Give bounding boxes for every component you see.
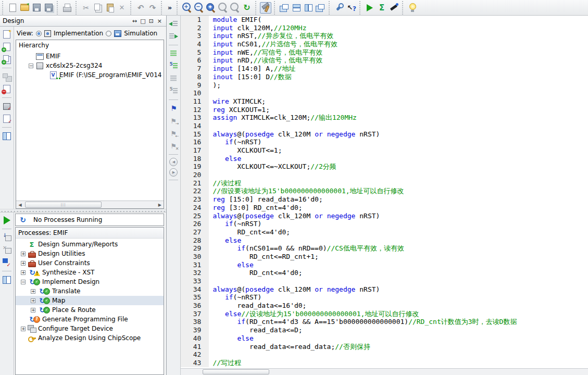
maximize-button[interactable]: □ <box>139 18 147 24</box>
code-line[interactable]: 31 else <box>181 261 588 269</box>
lines-gray-num-icon[interactable] <box>168 86 179 96</box>
code-line[interactable]: 11wire XTIMCLK; <box>181 97 588 106</box>
simulation-radio[interactable] <box>106 31 111 36</box>
delete-icon[interactable] <box>116 2 128 14</box>
expander-icon[interactable]: − <box>21 280 26 284</box>
lines-green-icon[interactable] <box>168 48 179 59</box>
help-pointer-icon[interactable] <box>345 2 357 14</box>
expander-icon[interactable]: + <box>21 252 26 256</box>
remove-source-icon[interactable] <box>2 84 12 94</box>
expander-icon[interactable]: + <box>31 308 35 312</box>
hierarchy-item-emif-f-ise-program-emif-v014[interactable]: EMIF (F:\ISE_program\EMIF_V014 <box>16 70 164 80</box>
code-line[interactable]: 34always@(posedge clk_120M or negedge nR… <box>181 285 588 294</box>
analyzer-telescope-icon[interactable] <box>388 2 399 14</box>
bookmark-flag-icon[interactable] <box>168 103 179 114</box>
lines-gray-icon[interactable] <box>168 73 179 84</box>
code-line[interactable]: 16 if(~nRST) <box>181 138 588 146</box>
hammer-tool-icon[interactable] <box>260 2 271 14</box>
code-line[interactable]: 20 <box>181 171 588 179</box>
code-line[interactable]: 32 RD_cnt<=4'd0; <box>181 269 588 277</box>
code-line[interactable]: 38 if(RD_cnt==4'd3 && A==15'b00000000000… <box>181 318 588 326</box>
expander-icon[interactable]: + <box>31 289 35 294</box>
refresh-icon[interactable] <box>241 2 253 14</box>
process-item-synthesize-xst[interactable]: +Synthesize - XST <box>16 268 164 277</box>
expander-icon[interactable]: + <box>21 327 26 331</box>
process-item-translate[interactable]: +Translate <box>16 286 164 296</box>
implementation-radio[interactable] <box>36 31 42 36</box>
zoom-off-icon[interactable] <box>229 2 241 14</box>
float-window-icon[interactable] <box>315 2 326 14</box>
nav-forward-icon[interactable] <box>169 168 178 177</box>
lines-green-num-icon[interactable] <box>168 61 179 71</box>
hierarchy-item-emif[interactable]: EMIF <box>16 52 164 61</box>
open-folder-icon[interactable] <box>19 2 30 14</box>
code-line[interactable]: 36 read_data<=16'd0; <box>181 302 588 310</box>
code-line[interactable]: 2input clk_120M,//120MHz <box>181 24 588 32</box>
code-line[interactable]: 10 <box>181 89 588 97</box>
panel-splitter[interactable] <box>0 209 166 213</box>
code-line[interactable]: 25always@(posedge clk_120M or negedge nR… <box>181 212 588 220</box>
process-item-implement-design[interactable]: −Implement Design <box>16 277 164 286</box>
code-line[interactable]: 42 <box>181 351 588 359</box>
lightbulb-hint-icon[interactable] <box>407 2 418 14</box>
code-line[interactable]: 4input nCS01,//片选信号，低电平有效 <box>181 40 588 48</box>
code-line[interactable]: 17 XCLKOUT<=1; <box>181 146 588 155</box>
process-item-user-constraints[interactable]: +User Constraints <box>16 258 164 268</box>
code-line[interactable]: 27 RD_cnt<=4'd0; <box>181 228 588 236</box>
close-button[interactable]: × <box>155 18 164 24</box>
code-line[interactable]: 1module EMIF( <box>181 16 588 24</box>
float-button[interactable]: ↔ <box>130 18 139 24</box>
code-line[interactable]: 40 else <box>181 334 588 343</box>
code-line[interactable]: 26 if(~nRST) <box>181 220 588 228</box>
paste-icon[interactable] <box>104 2 116 14</box>
tile-horizontal-icon[interactable] <box>291 2 302 14</box>
expander-icon[interactable]: + <box>31 298 35 303</box>
chip-rerun-icon[interactable] <box>2 257 12 268</box>
editor-scroll-thumb[interactable] <box>203 369 269 374</box>
copy-icon[interactable] <box>92 2 104 14</box>
code-line[interactable]: 28 else <box>181 236 588 245</box>
print-icon[interactable] <box>61 2 73 14</box>
nav-back-icon[interactable] <box>169 158 178 166</box>
code-line[interactable]: 9); <box>181 81 588 90</box>
add-source-icon[interactable] <box>2 42 12 52</box>
simulation-label[interactable]: Simulation <box>124 30 157 37</box>
scroll-thumb[interactable]: ||| <box>25 202 102 208</box>
expander-icon[interactable]: + <box>21 270 26 275</box>
code-line[interactable]: 22//假设要读地址为15'b000000000000001,地址可以自行修改 <box>181 187 588 195</box>
bookmark-prev-icon[interactable] <box>168 128 179 139</box>
code-line[interactable]: 39 read_data<=D; <box>181 326 588 334</box>
code-line[interactable]: 12reg XCLKOUT=1; <box>181 106 588 114</box>
scroll-left-arrow-icon[interactable]: ◀ <box>16 203 24 207</box>
code-line[interactable]: 35 if(~nRST) <box>181 293 588 302</box>
expander-icon[interactable]: − <box>29 64 33 68</box>
code-line[interactable]: 41 read_data<=read_data;//否则保持 <box>181 343 588 351</box>
chips-gray-icon[interactable] <box>2 71 12 82</box>
summary-sigma-icon[interactable] <box>376 2 387 14</box>
new-source-icon[interactable] <box>2 29 12 40</box>
code-line[interactable]: 19 XCLKOUT<=~XCLKOUT;//2分频 <box>181 162 588 171</box>
process-item-analyze-design-using-chipscope[interactable]: Analyze Design Using ChipScope <box>16 333 164 343</box>
file-check-icon[interactable] <box>2 114 12 124</box>
zoom-in-icon[interactable] <box>181 2 193 14</box>
code-line[interactable]: 24reg [3:0] RD_cnt=4'd0; <box>181 204 588 212</box>
code-line[interactable]: 8inout [15:0] D//数据 <box>181 73 588 81</box>
cascade-windows-icon[interactable] <box>279 2 290 14</box>
zoom-full-icon[interactable] <box>205 2 217 14</box>
run-process-icon[interactable] <box>364 2 376 14</box>
process-item-design-summary-reports[interactable]: Design Summary/Reports <box>16 240 164 249</box>
proc-play-icon[interactable] <box>2 215 12 226</box>
save-icon[interactable] <box>31 2 42 14</box>
zoom-out-icon[interactable] <box>193 2 205 14</box>
code-editor[interactable]: 1module EMIF(2input clk_120M,//120MHz3in… <box>181 16 588 368</box>
code-line[interactable]: 30 RD_cnt<=RD_cnt+1; <box>181 253 588 261</box>
process-item-generate-programming-file[interactable]: Generate Programming File <box>16 315 164 324</box>
bookmark-clear-icon[interactable] <box>168 141 179 151</box>
chip-import-icon[interactable] <box>2 232 12 243</box>
code-line[interactable]: 14 <box>181 122 588 130</box>
redo-icon[interactable] <box>147 2 158 14</box>
code-line[interactable]: 23reg [15:0] read_data=16'd0; <box>181 195 588 204</box>
bookmark-next-icon[interactable] <box>168 116 179 126</box>
indent-right-icon[interactable] <box>168 31 179 42</box>
code-line[interactable]: 7input [14:0] A,//地址 <box>181 65 588 73</box>
